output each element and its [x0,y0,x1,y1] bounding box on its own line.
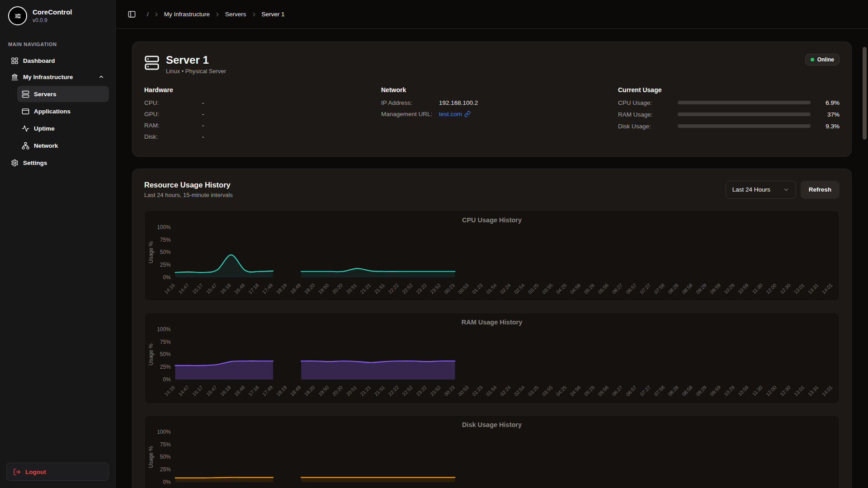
svg-text:12:00: 12:00 [765,385,778,397]
ram-usage-chart: 0%25%50%75%100%Usage %14:1614:4715:1715:… [146,327,837,401]
svg-text:04:56: 04:56 [569,282,582,295]
svg-text:16:48: 16:48 [233,385,246,397]
svg-text:14:01: 14:01 [821,385,834,397]
sidebar: CoreControl v0.0.9 MAIN NAVIGATION Dashb… [0,0,116,488]
breadcrumb-my-infrastructure[interactable]: My Infrastructure [164,11,210,18]
svg-text:13:01: 13:01 [793,282,806,295]
sidebar-item-applications[interactable]: Applications [17,103,109,119]
app-logo-row: CoreControl v0.0.9 [0,0,115,30]
svg-text:20:20: 20:20 [331,282,344,295]
svg-text:23:22: 23:22 [415,385,428,397]
nav-section-label: MAIN NAVIGATION [8,42,107,47]
current-usage-title: Current Usage [618,86,840,94]
svg-text:01:54: 01:54 [485,282,498,295]
chevron-right-icon [214,11,221,18]
svg-text:08:28: 08:28 [667,385,679,397]
sidebar-item-dashboard[interactable]: Dashboard [6,52,109,69]
svg-text:19:20: 19:20 [303,282,316,295]
svg-text:16:18: 16:18 [219,282,232,295]
hardware-title: Hardware [144,86,366,94]
sliders-icon [14,12,22,20]
sidebar-item-servers[interactable]: Servers [17,86,109,102]
network-column: Network IP Address: 192.168.100.2 Manage… [381,86,603,145]
ram-usage-row: RAM Usage: 37% [618,111,840,118]
page-scrollbar-thumb[interactable] [863,47,867,140]
logout-label: Logout [25,469,46,475]
svg-text:50%: 50% [160,352,171,358]
page-title: Server 1 [166,54,226,66]
svg-text:Usage %: Usage % [148,241,154,263]
svg-text:14:16: 14:16 [163,282,176,295]
status-badge: Online [805,54,840,66]
current-usage-column: Current Usage CPU Usage: 6.9% RAM Usage:… [618,86,840,145]
cpu-usage-row: CPU Usage: 6.9% [618,99,840,106]
breadcrumb-current-page: Server 1 [262,11,285,18]
panel-left-icon [127,10,136,19]
sidebar-item-settings[interactable]: Settings [6,155,109,171]
page-content: Server 1 Linux • Physical Server Online … [116,29,868,488]
app-name: CoreControl [33,8,72,16]
server-header: Server 1 Linux • Physical Server Online [144,54,840,75]
svg-text:20:51: 20:51 [345,282,358,295]
cpu-chart-title: CPU Usage History [146,216,837,224]
app-logo [8,6,27,25]
app-window-icon [22,108,29,115]
svg-text:50%: 50% [160,454,171,460]
sidebar-toggle-button[interactable] [127,10,136,19]
svg-text:13:31: 13:31 [807,282,820,295]
svg-text:11:30: 11:30 [751,282,764,294]
svg-text:09:59: 09:59 [709,385,722,397]
svg-text:07:58: 07:58 [653,385,665,397]
svg-text:17:49: 17:49 [261,282,274,295]
refresh-button[interactable]: Refresh [801,181,840,199]
svg-text:15:17: 15:17 [191,282,204,295]
svg-text:08:58: 08:58 [681,385,693,397]
ram-usage-chart-panel: RAM Usage History 0%25%50%75%100%Usage %… [144,313,840,404]
svg-text:17:18: 17:18 [247,282,260,295]
network-row-ip: IP Address: 192.168.100.2 [381,99,603,106]
resource-history-card: Resource Usage History Last 24 hours, 15… [132,169,852,488]
gear-icon [11,159,19,167]
svg-text:03:55: 03:55 [541,385,554,397]
sidebar-item-label: Servers [34,91,57,98]
breadcrumb-servers[interactable]: Servers [225,11,246,18]
svg-text:75%: 75% [160,441,171,448]
svg-text:20:51: 20:51 [345,385,358,397]
svg-text:12:30: 12:30 [779,282,792,295]
svg-text:75%: 75% [160,236,171,243]
sidebar-item-network[interactable]: Network [17,137,109,154]
cpu-usage-chart: 0%25%50%75%100%Usage %14:1614:4715:1715:… [146,225,837,299]
svg-text:10:59: 10:59 [737,282,750,295]
svg-text:09:29: 09:29 [695,282,708,295]
server-icon [144,55,160,70]
svg-text:12:30: 12:30 [779,385,792,397]
svg-text:22:52: 22:52 [401,385,414,397]
svg-text:19:50: 19:50 [317,282,330,295]
svg-text:08:58: 08:58 [681,282,693,295]
svg-text:25%: 25% [160,262,171,268]
svg-text:25%: 25% [160,364,171,371]
management-url-link[interactable]: test.com [439,111,471,117]
breadcrumb-root[interactable]: / [147,11,149,18]
svg-text:21:21: 21:21 [359,385,372,397]
breadcrumb: / My Infrastructure Servers Server 1 [147,11,285,18]
svg-text:21:51: 21:51 [373,385,386,397]
history-controls: Last 24 Hours Refresh [726,181,840,199]
svg-text:21:51: 21:51 [373,282,386,295]
svg-text:19:20: 19:20 [303,385,316,397]
logout-button[interactable]: Logout [6,463,109,481]
app-root: CoreControl v0.0.9 MAIN NAVIGATION Dashb… [0,0,868,488]
time-range-select[interactable]: Last 24 Hours [726,181,796,199]
svg-text:14:01: 14:01 [821,282,834,295]
svg-text:02:54: 02:54 [513,282,526,295]
svg-text:07:27: 07:27 [639,385,651,397]
svg-text:05:56: 05:56 [597,385,610,397]
svg-text:21:21: 21:21 [359,282,372,295]
sidebar-item-uptime[interactable]: Uptime [17,120,109,136]
svg-text:00:53: 00:53 [457,385,470,397]
svg-text:04:25: 04:25 [555,282,568,295]
sidebar-item-label: Applications [34,108,71,115]
hardware-row-cpu: CPU: - [144,99,366,106]
app-version: v0.0.9 [33,17,72,23]
sidebar-item-my-infrastructure[interactable]: My Infrastructure [6,69,109,85]
